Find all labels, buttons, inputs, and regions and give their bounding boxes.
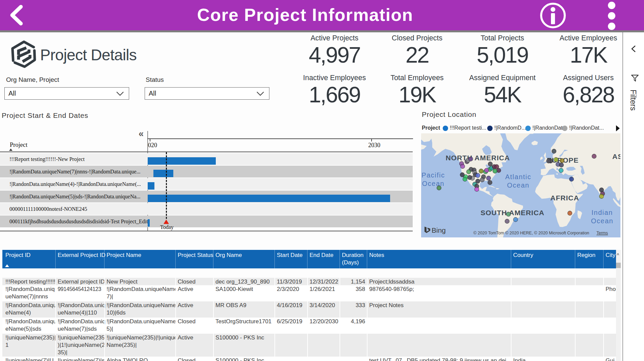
- svg-text:Ocean: Ocean: [422, 180, 444, 187]
- svg-text:AFRICA: AFRICA: [550, 194, 579, 202]
- svg-text:Bing: Bing: [432, 226, 446, 234]
- svg-text:© 2020 TomTom © 2020 HERE, © 2: © 2020 TomTom © 2020 HERE, © 2020 Micros…: [473, 231, 589, 235]
- svg-text:Indian: Indian: [591, 209, 613, 216]
- svg-text:Pacific: Pacific: [421, 171, 445, 179]
- svg-text:Atlantic: Atlantic: [505, 173, 531, 180]
- svg-text:SOUTH AMERICA: SOUTH AMERICA: [480, 209, 545, 217]
- svg-text:AS: AS: [612, 153, 620, 160]
- svg-text:Terms: Terms: [596, 231, 608, 235]
- svg-text:Ocean: Ocean: [507, 182, 529, 189]
- svg-text:Ocean: Ocean: [591, 217, 613, 225]
- svg-text:NORTH AMERICA: NORTH AMERICA: [446, 154, 510, 162]
